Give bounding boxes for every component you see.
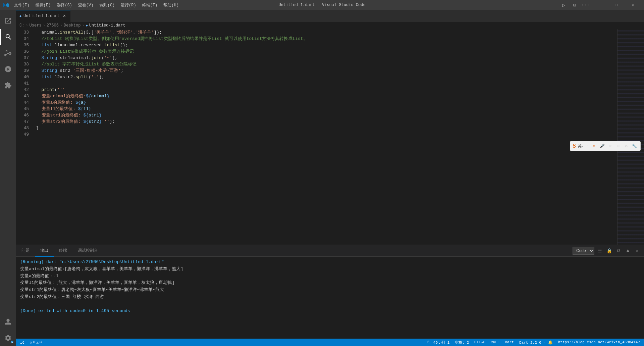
breadcrumb-desktop[interactable]: Desktop: [64, 23, 80, 28]
maximize-button[interactable]: □: [608, 0, 624, 10]
language-text: Dart: [505, 340, 514, 344]
title-bar-right: ▷ ⊟ ··· ─ □ ✕: [559, 0, 641, 10]
breadcrumb-c[interactable]: C:: [19, 23, 24, 28]
title-bar-left: 文件(F) 编辑(E) 选择(S) 查看(V) 转到(G) 运行(R) 终端(T…: [3, 1, 181, 9]
activity-item-extensions[interactable]: [0, 77, 16, 93]
activity-item-explorer[interactable]: [0, 13, 16, 29]
panel-close-button[interactable]: ✕: [633, 247, 641, 255]
tab-output[interactable]: 输出: [35, 245, 54, 257]
cursor-position-status[interactable]: 行 49，列 1: [426, 339, 451, 346]
panel-tab-bar: 问题 输出 终端 调试控制台 Code Tasks ☰ 🔒 ⧉ ▲ ✕: [16, 245, 644, 257]
editor-area: ◆ Untitled-1.dart × C: › Users › 27506 ›…: [16, 10, 644, 346]
activity-item-settings[interactable]: 1: [0, 330, 16, 346]
window-title: Untitled-1.dart - Visual Studio Code: [278, 3, 365, 7]
encoding-status[interactable]: UTF-8: [473, 339, 487, 346]
output-line-5: 变量str2的最终值：三国-红楼-水浒-西游: [20, 294, 640, 301]
output-line-3: 变量l1的最终值：[熊大，沸羊羊，懒洋洋，美羊羊，喜羊羊，灰太狼，唐老鸭]: [20, 280, 640, 287]
status-bar-right: 行 49，列 1 空格: 2 UTF-8 CRLF Dart Dart 2.2.…: [426, 339, 641, 346]
minimap: [617, 29, 644, 245]
menu-terminal[interactable]: 终端(T): [140, 1, 160, 9]
menu-edit[interactable]: 编辑(E): [33, 1, 54, 9]
panel-lock-button[interactable]: 🔒: [605, 247, 613, 255]
code-line-41: [36, 80, 617, 87]
tab-problems[interactable]: 问题: [16, 245, 35, 257]
sogou-toolbar: S 英· · ⊕ 🎤 ⌨ ⊞ ⚙ 🔧: [570, 141, 641, 151]
minimize-button[interactable]: ─: [592, 0, 607, 10]
code-line-44: 变量a的最终值: ${a}: [36, 99, 617, 106]
tab-untitled-dart[interactable]: ◆ Untitled-1.dart ×: [16, 10, 70, 22]
panel-copy-button[interactable]: ⧉: [614, 247, 623, 255]
warning-icon: ⚠: [36, 340, 39, 345]
activity-item-account[interactable]: [0, 314, 16, 330]
url-text: https://blog.csdn.net/weixin_45304147: [558, 340, 640, 344]
code-editor[interactable]: 33 34 35 36 37 38 39 40 41 42 43 44 45 4…: [16, 29, 644, 245]
sogou-settings-icon[interactable]: ⚙: [623, 143, 630, 149]
activity-item-search[interactable]: [0, 29, 16, 45]
code-lines[interactable]: animal.insertAll(3,['美羊羊','懒洋洋','沸羊羊']);…: [33, 29, 617, 245]
activity-bar: 1: [0, 10, 16, 346]
panel-expand-button[interactable]: ▲: [624, 247, 632, 255]
breadcrumb-users[interactable]: Users: [30, 23, 42, 28]
sogou-s-logo: S: [573, 143, 576, 149]
code-line-46: 变量str1的最终值: ${str1}: [36, 112, 617, 118]
sogou-circle-icon[interactable]: ⊕: [591, 143, 597, 149]
activity-bar-bottom: 1: [0, 314, 16, 346]
breadcrumb: C: › Users › 27506 › Desktop › ◆ Untitle…: [16, 22, 644, 29]
menu-help[interactable]: 帮助(H): [161, 1, 181, 9]
git-branch-status[interactable]: ⎇: [19, 339, 26, 346]
sogou-en-label[interactable]: 英·: [578, 144, 584, 149]
sogou-icon-row: ⊕ 🎤 ⌨ ⊞ ⚙ 🔧: [591, 143, 638, 149]
tab-terminal[interactable]: 终端: [54, 245, 72, 257]
vscode-logo-icon: [3, 2, 9, 8]
sogou-dot-icon: ·: [586, 143, 589, 149]
activity-item-run[interactable]: [0, 61, 16, 77]
code-line-39: String str2='三国-红楼-水浒-西游';: [36, 67, 617, 74]
menu-run[interactable]: 运行(R): [118, 1, 139, 9]
run-button[interactable]: ▷: [559, 0, 569, 10]
url-status[interactable]: https://blog.csdn.net/weixin_45304147: [557, 339, 641, 346]
output-channel-select[interactable]: Code Tasks: [573, 247, 594, 255]
output-line-2: 变量a的最终值：-1: [20, 273, 640, 280]
version-status[interactable]: Dart 2.2.0 - 🔔: [518, 339, 554, 346]
activity-item-source-control[interactable]: [0, 45, 16, 61]
line-ending-text: CRLF: [491, 340, 499, 344]
dart-breadcrumb-icon: ◆: [86, 23, 88, 28]
code-line-43: 变量animal的最终值:${animal}: [36, 93, 617, 99]
line-ending-status[interactable]: CRLF: [489, 339, 501, 346]
sogou-grid-icon[interactable]: ⊞: [615, 143, 622, 149]
menu-view[interactable]: 查看(V): [75, 1, 96, 9]
tab-debug-console[interactable]: 调试控制台: [72, 245, 103, 257]
code-line-48: }: [36, 125, 617, 131]
sogou-mic-icon[interactable]: 🎤: [599, 143, 605, 149]
split-editor-button[interactable]: ⊟: [570, 0, 580, 10]
tab-label: Untitled-1.dart: [23, 14, 60, 18]
panel-content[interactable]: [Running] dart "c:\Users\27506\Desktop\U…: [16, 257, 644, 339]
error-count: 0: [33, 340, 36, 344]
language-status[interactable]: Dart: [504, 339, 515, 346]
sogou-tools-icon[interactable]: 🔧: [631, 143, 638, 149]
code-content: 33 34 35 36 37 38 39 40 41 42 43 44 45 4…: [16, 29, 644, 245]
encoding-text: UTF-8: [474, 340, 485, 344]
dart-file-icon: ◆: [19, 14, 21, 18]
menu-goto[interactable]: 转到(G): [97, 1, 117, 9]
breadcrumb-filename[interactable]: Untitled-1.dart: [89, 23, 125, 28]
cursor-position-text: 行 49，列 1: [427, 340, 449, 345]
more-actions-button[interactable]: ···: [580, 0, 590, 10]
indentation-text: 空格: 2: [455, 340, 469, 345]
menu-file[interactable]: 文件(F): [11, 1, 32, 9]
indentation-status[interactable]: 空格: 2: [453, 339, 470, 346]
version-text: Dart 2.2.0 - 🔔: [519, 340, 553, 345]
errors-status[interactable]: ⊘ 0 ⚠ 0: [29, 339, 43, 346]
breadcrumb-27506[interactable]: 27506: [47, 23, 59, 28]
close-button[interactable]: ✕: [625, 0, 641, 10]
sogou-keyboard-icon[interactable]: ⌨: [607, 143, 613, 149]
panel-tab-actions: Code Tasks ☰ 🔒 ⧉ ▲ ✕: [573, 247, 644, 255]
menu-select[interactable]: 选择(S): [54, 1, 75, 9]
warning-count: 0: [40, 340, 42, 344]
tab-close-button[interactable]: ×: [62, 13, 67, 19]
code-line-49: [36, 131, 617, 138]
output-line-4: 变量str1的最终值：唐老鸭~灰太狼~喜羊羊~美羊羊~懒洋洋~沸羊羊~熊大: [20, 287, 640, 294]
code-line-40: List l2=str2.split('-');: [36, 74, 617, 80]
panel-align-button[interactable]: ☰: [596, 247, 604, 255]
code-line-36: //join List转换成字符串 参数表示连接标记: [36, 48, 617, 55]
